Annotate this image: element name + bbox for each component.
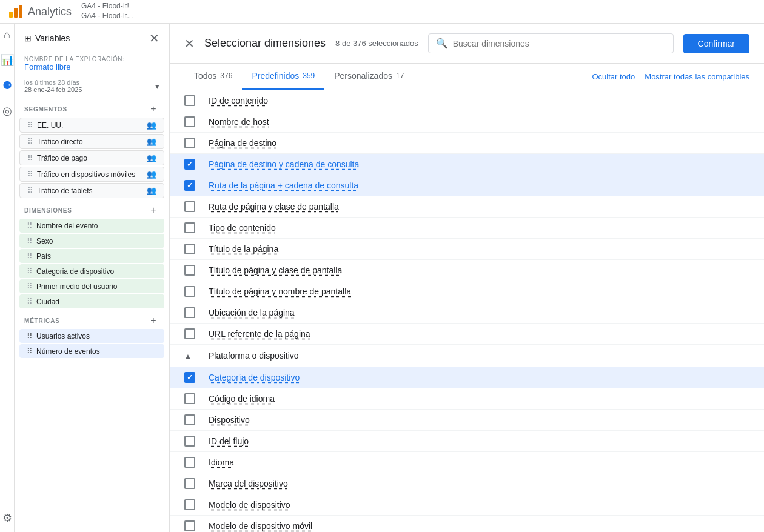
dimension-label-marca_dispositivo: Marca del dispositivo bbox=[209, 479, 288, 488]
icon-sidebar: ⌂ 📊 ⚈ ◎ ⚙ bbox=[0, 24, 15, 532]
checkbox-dispositivo[interactable] bbox=[184, 414, 195, 425]
drag-handle-icon: ⠿ bbox=[27, 297, 33, 306]
dimension-row-pagina_destino_cadena[interactable]: Página de destino y cadena de consulta bbox=[170, 154, 764, 175]
checkbox-cell-pagina_destino bbox=[184, 138, 199, 148]
checkbox-id_flujo[interactable] bbox=[184, 436, 195, 447]
add-segment-button[interactable]: + bbox=[147, 103, 159, 115]
dimension-label-titulo_pagina: Título de la página bbox=[209, 244, 278, 254]
dimension-row-id_contenido[interactable]: ID de contenido bbox=[170, 90, 764, 111]
checkbox-titulo_pagina[interactable] bbox=[184, 244, 195, 254]
dimension-row-idioma[interactable]: Idioma bbox=[170, 452, 764, 473]
dimension-row-ubicacion_pagina[interactable]: Ubicación de la página bbox=[170, 302, 764, 324]
dimension-row-modelo_movil[interactable]: Modelo de dispositivo móvil bbox=[170, 516, 764, 532]
dimension-label: País bbox=[36, 252, 157, 261]
dimension-row-titulo_pagina_clase[interactable]: Título de página y clase de pantalla bbox=[170, 260, 764, 281]
sidebar-item-segment-moviles[interactable]: ⠿Tráfico en dispositivos móviles👥 bbox=[19, 167, 164, 182]
tab-todos-label: Todos bbox=[194, 71, 216, 81]
checkbox-pagina_destino[interactable] bbox=[184, 138, 195, 148]
checkbox-codigo_idioma[interactable] bbox=[184, 393, 195, 404]
dimension-row-codigo_idioma[interactable]: Código de idioma bbox=[170, 388, 764, 410]
confirm-button[interactable]: Confirmar bbox=[683, 34, 749, 53]
sidebar-item-segment-pago[interactable]: ⠿Tráfico de pago👥 bbox=[19, 150, 164, 165]
checkbox-marca_dispositivo[interactable] bbox=[184, 478, 195, 489]
sidebar-item-segment-directo[interactable]: ⠿Tráfico directo👥 bbox=[19, 134, 164, 149]
dimension-label-tipo_contenido: Tipo de contenido bbox=[209, 223, 276, 233]
sidebar-item-segment-eeuu[interactable]: ⠿EE. UU.👥 bbox=[19, 118, 164, 133]
sidebar-item-dimension-primer_medio[interactable]: ⠿Primer medio del usuario bbox=[19, 279, 164, 293]
checkbox-cell-idioma bbox=[184, 457, 199, 468]
segment-users-icon: 👥 bbox=[147, 137, 156, 146]
advertising-icon[interactable]: ◎ bbox=[2, 104, 12, 118]
checkbox-url_referente[interactable] bbox=[184, 328, 195, 339]
checkbox-modelo_dispositivo[interactable] bbox=[184, 499, 195, 510]
dimension-row-categoria_dispositivo[interactable]: Categoría de dispositivo bbox=[170, 367, 764, 388]
modal-body: ID de contenido Nombre de host Página de… bbox=[170, 90, 764, 532]
sidebar-item-dimension-pais[interactable]: ⠿País bbox=[19, 249, 164, 263]
metrics-list: ⠿Usuarios activos⠿Número de eventos bbox=[15, 328, 169, 359]
settings-icon[interactable]: ⚙ bbox=[2, 511, 12, 532]
checkbox-ruta_pagina_cadena[interactable] bbox=[184, 180, 195, 191]
close-panel-button[interactable]: ✕ bbox=[149, 31, 159, 45]
panel-header: ⊞ Variables ✕ bbox=[15, 24, 169, 53]
modal-search-box[interactable]: 🔍 bbox=[428, 33, 674, 53]
section-header-section_plataforma[interactable]: ▲ Plataforma o dispositivo bbox=[170, 345, 764, 367]
modal-count: 8 de 376 seleccionados bbox=[335, 39, 418, 48]
dimension-row-id_flujo[interactable]: ID del flujo bbox=[170, 431, 764, 452]
sidebar-item-dimension-ciudad[interactable]: ⠿Ciudad bbox=[19, 294, 164, 308]
checkbox-ruta_pagina_clase[interactable] bbox=[184, 201, 195, 212]
checkbox-categoria_dispositivo[interactable] bbox=[184, 372, 195, 383]
dimension-row-tipo_contenido[interactable]: Tipo de contenido bbox=[170, 218, 764, 239]
tabs-left: Todos 376 Predefinidos 359 Personalizado… bbox=[184, 64, 414, 90]
segment-label: Tráfico en dispositivos móviles bbox=[37, 170, 143, 179]
select-dimensions-modal: ✕ Seleccionar dimensiones 8 de 376 selec… bbox=[170, 24, 764, 532]
dimension-row-ruta_pagina_clase[interactable]: Ruta de página y clase de pantalla bbox=[170, 196, 764, 218]
dimension-row-marca_dispositivo[interactable]: Marca del dispositivo bbox=[170, 473, 764, 494]
dimension-row-url_referente[interactable]: URL referente de la página bbox=[170, 324, 764, 345]
sidebar-item-dimension-evento[interactable]: ⠿Nombre del evento bbox=[19, 219, 164, 233]
dimension-row-nombre_host[interactable]: Nombre de host bbox=[170, 111, 764, 133]
checkbox-id_contenido[interactable] bbox=[184, 95, 195, 106]
checkbox-tipo_contenido[interactable] bbox=[184, 222, 195, 233]
modal-close-button[interactable]: ✕ bbox=[184, 36, 195, 51]
checkbox-idioma[interactable] bbox=[184, 457, 195, 468]
tab-todos[interactable]: Todos 376 bbox=[184, 64, 242, 90]
checkbox-nombre_host[interactable] bbox=[184, 116, 195, 127]
checkbox-titulo_pagina_nombre[interactable] bbox=[184, 286, 195, 297]
dimension-label-modelo_dispositivo: Modelo de dispositivo bbox=[209, 500, 290, 510]
checkbox-cell-ruta_pagina_cadena bbox=[184, 180, 199, 191]
add-metric-button[interactable]: + bbox=[147, 314, 159, 327]
dimension-row-ruta_pagina_cadena[interactable]: Ruta de la página + cadena de consulta bbox=[170, 175, 764, 196]
checkbox-titulo_pagina_clase[interactable] bbox=[184, 265, 195, 276]
checkbox-ubicacion_pagina[interactable] bbox=[184, 307, 195, 318]
dimension-label: Sexo bbox=[36, 237, 157, 245]
add-dimension-button[interactable]: + bbox=[147, 204, 159, 216]
sidebar-item-metric-usuarios_activos[interactable]: ⠿Usuarios activos bbox=[19, 329, 164, 343]
dimensions-modal-list: ID de contenido Nombre de host Página de… bbox=[170, 90, 764, 532]
tab-personalizados[interactable]: Personalizados 17 bbox=[324, 64, 414, 90]
drag-handle-icon: ⠿ bbox=[27, 137, 33, 146]
search-input[interactable] bbox=[453, 39, 666, 48]
checkbox-cell-tipo_contenido bbox=[184, 222, 199, 233]
dimension-row-titulo_pagina[interactable]: Título de la página bbox=[170, 239, 764, 260]
property-id: GA4 - Flood-It... bbox=[81, 12, 133, 21]
date-range-section[interactable]: los últimos 28 días 28 ene-24 feb 2025 ▾ bbox=[15, 76, 169, 98]
tab-predefinidos[interactable]: Predefinidos 359 bbox=[242, 64, 324, 90]
checkbox-modelo_movil[interactable] bbox=[184, 520, 195, 531]
search-icon: 🔍 bbox=[436, 38, 448, 49]
dimension-row-dispositivo[interactable]: Dispositivo bbox=[170, 410, 764, 431]
sidebar-item-segment-tablets[interactable]: ⠿Tráfico de tablets👥 bbox=[19, 183, 164, 198]
reports-icon[interactable]: 📊 bbox=[1, 53, 14, 67]
show-compatible-button[interactable]: Mostrar todas las compatibles bbox=[645, 72, 749, 81]
dimension-row-pagina_destino[interactable]: Página de destino bbox=[170, 133, 764, 154]
checkbox-pagina_destino_cadena[interactable] bbox=[184, 159, 195, 170]
sidebar-item-dimension-sexo[interactable]: ⠿Sexo bbox=[19, 234, 164, 248]
home-icon[interactable]: ⌂ bbox=[4, 28, 10, 41]
explore-icon[interactable]: ⚈ bbox=[2, 79, 12, 92]
sidebar-item-metric-num_eventos[interactable]: ⠿Número de eventos bbox=[19, 344, 164, 358]
dimension-row-modelo_dispositivo[interactable]: Modelo de dispositivo bbox=[170, 494, 764, 516]
exploration-label: NOMBRE DE LA EXPLORACIÓN: bbox=[24, 56, 159, 62]
dimension-row-titulo_pagina_nombre[interactable]: Título de página y nombre de pantalla bbox=[170, 281, 764, 302]
hide-all-button[interactable]: Ocultar todo bbox=[592, 72, 635, 81]
sidebar-item-dimension-categoria[interactable]: ⠿Categoria de dispositivo bbox=[19, 264, 164, 278]
checkbox-cell-id_flujo bbox=[184, 436, 199, 447]
